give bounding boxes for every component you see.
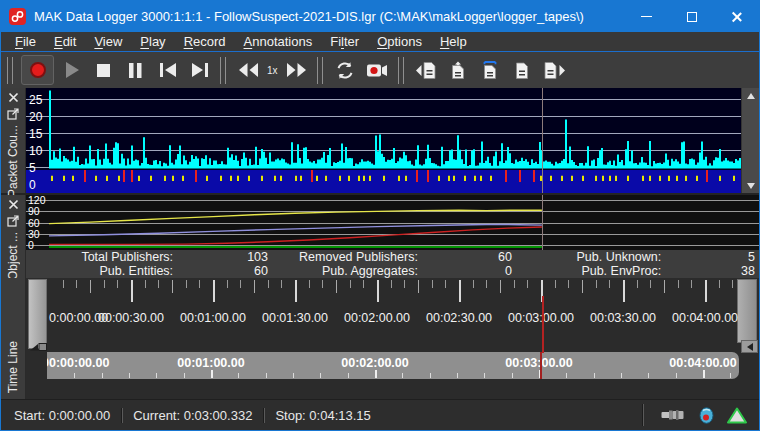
y-axis-label: 15 xyxy=(29,128,42,140)
menu-item-edit[interactable]: Edit xyxy=(45,33,85,50)
close-panel-icon[interactable] xyxy=(6,199,20,210)
popout-panel-icon[interactable] xyxy=(6,215,20,227)
overview-tick xyxy=(512,373,513,378)
doc-marked-icon xyxy=(480,61,500,80)
y-axis-label: 0 xyxy=(29,179,36,191)
minimize-button[interactable] xyxy=(624,1,669,32)
marked-annotation-button[interactable] xyxy=(476,55,505,85)
overview-cursor[interactable] xyxy=(540,352,542,379)
ruler-tick xyxy=(678,280,679,288)
stat-total-publishers: Total Publishers:103 xyxy=(26,250,272,264)
menu-item-view[interactable]: View xyxy=(85,33,131,50)
ruler-tick xyxy=(555,280,556,288)
toolbar-grip[interactable] xyxy=(398,57,404,84)
close-icon xyxy=(731,11,743,23)
record-icon xyxy=(30,62,46,78)
skip-to-end-button[interactable] xyxy=(185,55,214,85)
status-start-time: Start: 0:00:00.00 xyxy=(3,408,121,423)
timeline-ruler[interactable]: 0:00:00.0000:00:30.0000:01:00.0000:01:30… xyxy=(49,280,741,350)
close-panel-icon[interactable] xyxy=(6,92,20,103)
object-series xyxy=(49,195,741,250)
ruler-time-label: 00:04:00.00 xyxy=(672,311,738,325)
toolbar-grip[interactable] xyxy=(220,57,226,84)
overview-tick xyxy=(320,373,321,378)
ruler-tick xyxy=(732,280,733,288)
overview-tick xyxy=(102,373,103,378)
overview-tick xyxy=(648,373,649,378)
stop-icon xyxy=(96,63,111,78)
vertical-scrollbar[interactable] xyxy=(741,88,759,193)
loop-icon xyxy=(335,61,355,80)
ruler-tick xyxy=(350,280,351,288)
timeline-content: 0:00:00.0000:00:30.0000:01:00.0000:01:30… xyxy=(26,278,759,399)
skip-to-start-button[interactable] xyxy=(153,55,182,85)
stat-removed-publishers: Removed Publishers:60 xyxy=(272,250,516,264)
scroll-down-button[interactable] xyxy=(742,178,759,193)
ruler-tick xyxy=(719,280,720,288)
annotation-list-button[interactable] xyxy=(508,55,537,85)
previous-annotation-button[interactable] xyxy=(412,55,441,85)
y-axis-label: 20 xyxy=(29,111,42,123)
pause-button[interactable] xyxy=(121,55,150,85)
record-button[interactable] xyxy=(21,55,54,85)
ruler-tick xyxy=(186,280,187,288)
menu-bar: FileEditViewPlayRecordAnnotationsFilterO… xyxy=(1,32,759,52)
menu-item-help[interactable]: Help xyxy=(431,33,476,50)
playback-cursor[interactable] xyxy=(542,88,543,193)
y-axis-label: 10 xyxy=(29,145,42,157)
range-grip-icon[interactable] xyxy=(29,342,49,352)
ruler-tick xyxy=(117,280,118,288)
rewind-button[interactable] xyxy=(234,55,263,85)
object-panel-content: 1209060300 Total Publishers:103 Removed … xyxy=(26,195,759,278)
overview-scroll-left-button[interactable] xyxy=(741,340,758,353)
packet-series xyxy=(49,89,741,192)
scroll-up-button[interactable] xyxy=(742,88,759,103)
playback-speed-label: 1x xyxy=(267,65,278,76)
timeline-overview-bar[interactable]: 00:00:00.0000:01:00.0000:02:00.0000:03:0… xyxy=(47,352,739,379)
object-count-panel: Object ... 1209060300 Total Publishers:1… xyxy=(1,195,759,278)
maximize-icon xyxy=(687,12,697,22)
menu-item-filter[interactable]: Filter xyxy=(321,33,368,50)
stop-button[interactable] xyxy=(89,55,118,85)
playback-cursor[interactable] xyxy=(542,195,543,250)
object-panel-sidebar: Object ... xyxy=(1,195,26,278)
ruler-tick xyxy=(637,280,638,288)
next-annotation-button[interactable] xyxy=(540,55,569,85)
popout-panel-icon[interactable] xyxy=(6,108,20,120)
ruler-tick xyxy=(650,280,651,288)
title-bar: MAK Data Logger 3000:1:1:1 - FollowSuspe… xyxy=(1,1,759,32)
toolbar-grip[interactable] xyxy=(317,57,323,84)
toolbar-grip[interactable] xyxy=(7,57,13,84)
overview-time-label: 00:02:00.00 xyxy=(341,356,408,370)
loop-playback-button[interactable] xyxy=(331,55,360,85)
menu-item-annotations[interactable]: Annotations xyxy=(235,33,322,50)
ruler-tick xyxy=(145,280,146,288)
doc-plain-icon xyxy=(512,61,532,80)
maximize-button[interactable] xyxy=(669,1,714,32)
menu-item-play[interactable]: Play xyxy=(131,33,174,50)
overview-tick xyxy=(184,373,185,378)
play-button[interactable] xyxy=(57,55,86,85)
timeline-cursor[interactable] xyxy=(542,296,544,353)
overview-tick xyxy=(402,373,403,378)
annotation-up-button[interactable] xyxy=(444,55,473,85)
panel-title: Packet Cou... xyxy=(6,125,20,197)
packet-panel-sidebar: Packet Cou... xyxy=(1,88,26,193)
series-red xyxy=(49,227,542,244)
menu-item-options[interactable]: Options xyxy=(368,33,431,50)
menu-item-file[interactable]: File xyxy=(6,33,45,50)
packet-count-chart[interactable]: 2520151050 xyxy=(26,88,741,193)
record-to-file-button[interactable] xyxy=(363,55,392,85)
ruler-tick xyxy=(705,280,707,302)
close-button[interactable] xyxy=(714,1,759,32)
overview-tick xyxy=(676,373,677,378)
fast-forward-button[interactable] xyxy=(282,55,311,85)
record-camera-icon xyxy=(366,62,388,79)
object-count-chart[interactable]: 1209060300 xyxy=(26,195,759,250)
fast-forward-icon xyxy=(286,62,307,78)
y-axis-label: 0 xyxy=(28,240,34,250)
menu-item-record[interactable]: Record xyxy=(175,33,235,50)
ruler-tick xyxy=(104,280,105,288)
timeline-left-handle[interactable] xyxy=(28,279,47,349)
overview-tick xyxy=(375,370,377,378)
